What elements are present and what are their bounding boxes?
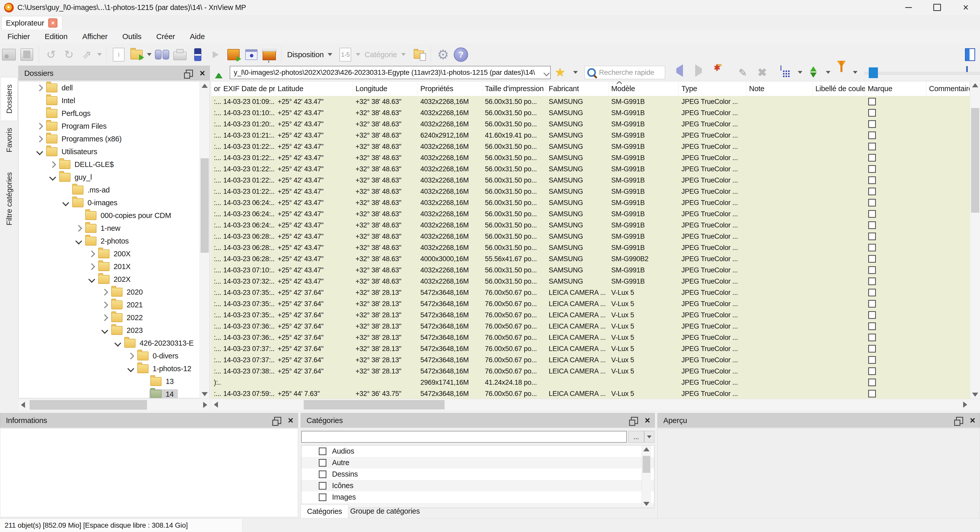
category-item[interactable]: Icônes — [301, 480, 654, 491]
folder-caret-icon[interactable] — [147, 53, 151, 56]
sidebar-tab-favoris[interactable]: Favoris — [1, 124, 18, 157]
tree-expander-icon[interactable] — [73, 226, 84, 231]
rotate-right-icon[interactable]: ↻ — [60, 46, 78, 64]
folder-tree-item[interactable]: 201X — [19, 260, 210, 273]
mark-checkbox[interactable] — [868, 311, 876, 319]
menu-item-aide[interactable]: Aide — [183, 29, 212, 44]
categories-vscrollbar[interactable] — [641, 446, 651, 508]
folder-tree-item[interactable]: Program Files — [19, 120, 210, 132]
file-row[interactable]: :...14-03-23 01:22:...+25° 42' 43.47"+32… — [211, 186, 970, 197]
mark-checkbox[interactable] — [868, 390, 876, 397]
category-filter-input[interactable] — [301, 431, 627, 443]
thumbnail-size-slider-thumb[interactable] — [869, 67, 878, 78]
tree-hscrollbar[interactable] — [18, 399, 210, 411]
sidebar-tab-filtre-categories[interactable]: Filtre catégories — [1, 167, 18, 231]
mark-checkbox[interactable] — [868, 165, 876, 173]
folder-tree-item[interactable]: guy_l — [19, 171, 210, 183]
list-hscroll-thumb[interactable] — [304, 400, 445, 409]
mark-checkbox[interactable] — [868, 143, 876, 150]
mark-checkbox[interactable] — [868, 367, 876, 375]
mark-checkbox[interactable] — [868, 266, 876, 274]
file-row[interactable]: :...14-03-23 06:24:...+25° 42' 43.47"+32… — [211, 197, 970, 208]
scroll-down-icon[interactable] — [972, 393, 978, 397]
list-vscroll-thumb[interactable] — [971, 108, 979, 213]
tree-expander-icon[interactable] — [34, 86, 45, 90]
page-range-caret-icon[interactable] — [356, 53, 360, 56]
folder-tree-item[interactable]: PerfLogs — [19, 107, 210, 120]
mark-checkbox[interactable] — [868, 345, 876, 352]
rotate-left-icon[interactable]: ↺ — [42, 46, 60, 64]
tree-expander-icon[interactable] — [86, 277, 97, 282]
mark-checkbox[interactable] — [868, 131, 876, 139]
file-row[interactable]: :...14-03-23 07:35:...+25° 42' 37.64"+32… — [211, 309, 970, 321]
sort-caret-icon[interactable] — [826, 71, 830, 74]
print-icon[interactable] — [171, 46, 189, 64]
category-checkbox[interactable] — [319, 482, 326, 490]
help-icon[interactable]: ? — [452, 46, 470, 64]
view-mode-icon[interactable] — [780, 66, 781, 70]
mark-checkbox[interactable] — [868, 244, 876, 252]
file-row[interactable]: :...14-03-23 01:22:...+25° 42' 43.47"+32… — [211, 141, 970, 152]
mark-checkbox[interactable] — [868, 255, 876, 263]
folder-tree-item[interactable]: Intel — [19, 94, 210, 107]
file-row[interactable]: :...14-03-23 06:24:...+25° 42' 43.47"+32… — [211, 220, 970, 231]
menu-item-outils[interactable]: Outils — [115, 29, 149, 44]
forward-button[interactable] — [695, 68, 702, 73]
folder-tree-item[interactable]: 2020 — [19, 286, 210, 298]
folder-tree-item[interactable]: 200X — [19, 247, 210, 260]
tree-expander-icon[interactable] — [99, 290, 110, 295]
file-row[interactable]: :...14-03-23 07:36:...+25° 42' 37.64"+32… — [211, 321, 970, 332]
file-row[interactable]: :...14-03-23 07:38:...+25° 42' 37.64"+32… — [211, 366, 970, 377]
scroll-right-icon[interactable] — [203, 402, 207, 408]
address-input[interactable]: y_l\0-images\2-photos\202X\2023\426-2023… — [230, 66, 551, 79]
folder-tree-item[interactable]: 2023 — [19, 324, 210, 337]
maximize-button[interactable] — [923, 0, 951, 15]
column-header-frag[interactable]: on — [211, 81, 221, 96]
thumbnail-size-slider[interactable] — [865, 72, 980, 75]
column-header-type[interactable]: Type — [679, 81, 746, 96]
column-header-comment[interactable]: Commentaire — [926, 81, 970, 96]
file-row[interactable]: :...14-03-23 07:36:...+25° 42' 37.64"+32… — [211, 332, 970, 343]
tree-expander-icon[interactable] — [125, 366, 136, 371]
close-panel-icon[interactable]: × — [970, 415, 975, 426]
scroll-right-icon[interactable] — [963, 401, 967, 408]
folder-tree-item[interactable]: 2-photos — [19, 234, 210, 247]
column-header-model[interactable]: Modèle — [609, 81, 679, 96]
scroll-down-icon[interactable] — [643, 502, 649, 506]
assign-category-icon[interactable] — [410, 46, 428, 64]
category-dropdown-button[interactable] — [644, 431, 654, 443]
tree-expander-icon[interactable] — [34, 137, 45, 142]
tab-close-icon[interactable]: × — [48, 18, 57, 27]
file-row[interactable]: :...14-03-23 07:32:...+25° 42' 43.47"+32… — [211, 276, 970, 287]
sidebar-tab-dossiers[interactable]: Dossiers — [1, 77, 18, 121]
scroll-up-icon[interactable] — [202, 84, 208, 88]
tree-expander-icon[interactable] — [47, 162, 58, 167]
column-header-props[interactable]: Propriétés — [418, 81, 482, 96]
capture-icon[interactable] — [242, 46, 260, 64]
column-header-maker[interactable]: Fabricant — [546, 81, 609, 96]
mark-checkbox[interactable] — [868, 210, 876, 218]
file-row[interactable]: :...14-03-23 01:22:...+25° 42' 43.47"+32… — [211, 163, 970, 175]
tree-expander-icon[interactable] — [86, 264, 97, 269]
mark-checkbox[interactable] — [868, 300, 876, 307]
mark-checkbox[interactable] — [868, 334, 876, 341]
mark-checkbox[interactable] — [868, 98, 876, 105]
mark-checkbox[interactable] — [868, 188, 876, 195]
mark-checkbox[interactable] — [868, 221, 876, 229]
file-row[interactable]: :...14-03-23 01:21:...+25° 42' 43.47"+32… — [211, 130, 970, 141]
view-mode-caret-icon[interactable] — [798, 71, 802, 74]
minimize-button[interactable] — [894, 0, 923, 15]
browser-icon[interactable] — [18, 46, 36, 64]
tree-expander-icon[interactable] — [99, 315, 110, 320]
tree-expander-icon[interactable] — [34, 149, 45, 154]
export-icon[interactable]: ⇗ — [78, 46, 96, 64]
mark-checkbox[interactable] — [868, 356, 876, 364]
filter-funnel-icon[interactable] — [837, 67, 846, 72]
close-panel-icon[interactable]: × — [645, 415, 650, 426]
bottom-tab-categories[interactable]: Catégories — [301, 505, 348, 518]
sort-icon[interactable] — [810, 66, 817, 78]
scroll-up-icon[interactable] — [972, 83, 978, 87]
scroll-left-icon[interactable] — [214, 401, 218, 408]
open-export-folder-icon[interactable] — [127, 46, 145, 64]
file-row[interactable]: :...14-03-23 07:59:...+25° 44' 7.63"+32°… — [211, 388, 970, 399]
